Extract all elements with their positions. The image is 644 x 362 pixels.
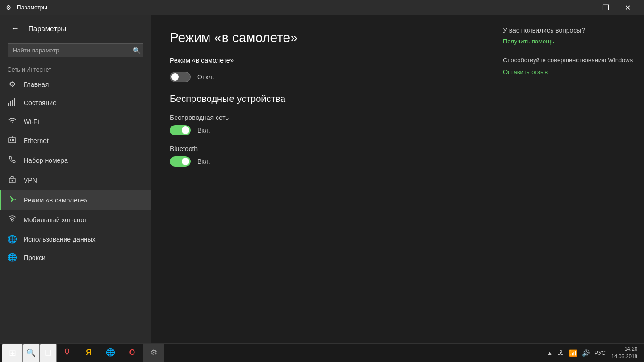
svg-rect-2 (12, 100, 13, 106)
sidebar: ← Параметры 🔍 Сеть и Интернет ⚙ Главная … (0, 15, 151, 343)
sidebar-item-label: Мобильный хот-спот (24, 216, 87, 224)
taskbar-app-mic[interactable]: 🎙 (57, 344, 77, 362)
taskbar-app-browser[interactable]: 🌐 (100, 344, 121, 362)
search-input[interactable] (8, 43, 143, 57)
sidebar-item-dial[interactable]: Набор номера (0, 151, 151, 170)
sidebar-item-label: Прокси (24, 254, 46, 261)
taskbar-app-settings[interactable]: ⚙ (143, 344, 164, 362)
help-title: У вас появились вопросы? (503, 26, 635, 34)
proxy-icon: 🌐 (8, 253, 17, 262)
sidebar-item-label: Ethernet (24, 137, 49, 144)
settings-icon: ⚙ (6, 4, 13, 11)
sidebar-item-label: Состояние (24, 99, 57, 107)
svg-point-10 (12, 180, 13, 182)
svg-point-11 (11, 219, 13, 221)
taskbar-tray: ▲ 🖧 📶 🔊 РУС 14:20 14.06.2018 (544, 345, 642, 360)
airplane-section-title: Режим «в самолете» (170, 57, 474, 64)
tray-wifi-icon[interactable]: 📶 (567, 349, 579, 357)
sidebar-item-ethernet[interactable]: Ethernet (0, 131, 151, 151)
title-bar: ⚙ Параметры — ❐ ✕ (0, 0, 644, 15)
wifi-toggle[interactable] (170, 125, 191, 135)
sidebar-item-label: Режим «в самолете» (24, 196, 87, 204)
title-bar-title: Параметры (17, 4, 573, 11)
get-help-link[interactable]: Получить помощь (503, 38, 635, 45)
sidebar-item-label: VPN (24, 177, 37, 184)
main-panel: Режим «в самолете» Режим «в самолете» От… (151, 15, 493, 343)
search-icon[interactable]: 🔍 (133, 47, 141, 54)
bluetooth-name: Bluetooth (170, 145, 474, 152)
airplane-toggle-row: Откл. (170, 72, 474, 82)
bluetooth-toggle-row: Вкл. (170, 156, 474, 167)
bluetooth-toggle-label: Вкл. (197, 158, 210, 165)
taskbar-app-opera[interactable]: O (122, 344, 142, 362)
search-box: 🔍 (8, 43, 143, 57)
wifi-icon (8, 117, 17, 126)
status-icon (8, 98, 17, 108)
dial-icon (8, 155, 17, 166)
back-button[interactable]: ← (8, 21, 23, 36)
toggle-thumb (171, 73, 179, 81)
tray-time-value: 14:20 (611, 345, 637, 353)
minimize-button[interactable]: — (573, 0, 595, 15)
tray-date-value: 14.06.2018 (611, 353, 637, 360)
right-panel: У вас появились вопросы? Получить помощь… (493, 15, 644, 343)
taskbar-app-yandex[interactable]: Я (78, 344, 99, 362)
wifi-toggle-row: Вкл. (170, 125, 474, 135)
sidebar-item-airplane[interactable]: Режим «в самолете» (0, 190, 151, 210)
app-body: ← Параметры 🔍 Сеть и Интернет ⚙ Главная … (0, 15, 644, 343)
taskbar-apps: 🎙 Я 🌐 O ⚙ (57, 344, 544, 362)
tray-network-icon[interactable]: 🖧 (556, 349, 566, 357)
svg-rect-5 (10, 139, 11, 141)
sidebar-item-wifi[interactable]: Wi-Fi (0, 112, 151, 131)
sidebar-item-home[interactable]: ⚙ Главная (0, 75, 151, 93)
home-icon: ⚙ (8, 80, 17, 89)
airplane-toggle[interactable] (170, 72, 191, 82)
tray-expand-icon[interactable]: ▲ (544, 349, 555, 357)
close-button[interactable]: ✕ (617, 0, 638, 15)
tray-volume-icon[interactable]: 🔊 (580, 349, 592, 357)
sidebar-item-hotspot[interactable]: Мобильный хот-спот (0, 210, 151, 230)
svg-rect-6 (12, 139, 13, 141)
airplane-toggle-label: Откл. (197, 73, 214, 81)
sidebar-item-vpn[interactable]: VPN (0, 170, 151, 190)
wireless-section-title: Беспроводные устройства (170, 93, 474, 104)
sidebar-header: ← Параметры (0, 15, 151, 42)
toggle-thumb (182, 158, 189, 165)
svg-rect-7 (13, 139, 14, 141)
bluetooth-wireless-item: Bluetooth Вкл. (170, 145, 474, 167)
wireless-section: Беспроводные устройства Беспроводная сет… (170, 93, 474, 167)
bluetooth-toggle[interactable] (170, 156, 191, 167)
sidebar-app-title: Параметры (28, 25, 66, 33)
hotspot-icon (8, 215, 17, 225)
sidebar-item-data[interactable]: 🌐 Использование данных (0, 230, 151, 248)
maximize-button[interactable]: ❐ (595, 0, 617, 15)
svg-rect-3 (14, 98, 15, 106)
wifi-toggle-label: Вкл. (197, 126, 210, 134)
section-label: Сеть и Интернет (0, 63, 151, 75)
start-button[interactable]: ⊞ (2, 344, 23, 362)
tray-language[interactable]: РУС (593, 350, 608, 356)
sidebar-item-label: Wi-Fi (24, 118, 39, 126)
feedback-link[interactable]: Оставить отзыв (503, 68, 635, 76)
svg-rect-1 (10, 101, 11, 106)
sidebar-item-label: Использование данных (24, 236, 95, 243)
toggle-thumb (182, 126, 189, 134)
tray-clock[interactable]: 14:20 14.06.2018 (609, 345, 640, 360)
svg-rect-0 (8, 103, 9, 106)
sidebar-item-proxy[interactable]: 🌐 Прокси (0, 248, 151, 267)
taskbar: ⊞ 🔍 ❑ 🎙 Я 🌐 O ⚙ ▲ 🖧 📶 🔊 РУС 14:20 14.06.… (0, 343, 644, 362)
airplane-icon (8, 195, 17, 205)
page-title: Режим «в самолете» (170, 30, 474, 45)
task-view-button[interactable]: ❑ (40, 344, 57, 362)
vpn-icon (8, 175, 17, 185)
sidebar-item-label: Набор номера (24, 157, 68, 164)
sidebar-item-label: Главная (24, 81, 49, 88)
sidebar-item-status[interactable]: Состояние (0, 93, 151, 112)
data-icon: 🌐 (8, 235, 17, 244)
ethernet-icon (8, 135, 17, 146)
improve-text: Способствуйте совершенствованию Windows (503, 56, 635, 65)
window-controls: — ❐ ✕ (573, 0, 638, 15)
search-button[interactable]: 🔍 (23, 344, 40, 362)
wifi-wireless-item: Беспроводная сеть Вкл. (170, 114, 474, 135)
wifi-name: Беспроводная сеть (170, 114, 474, 121)
